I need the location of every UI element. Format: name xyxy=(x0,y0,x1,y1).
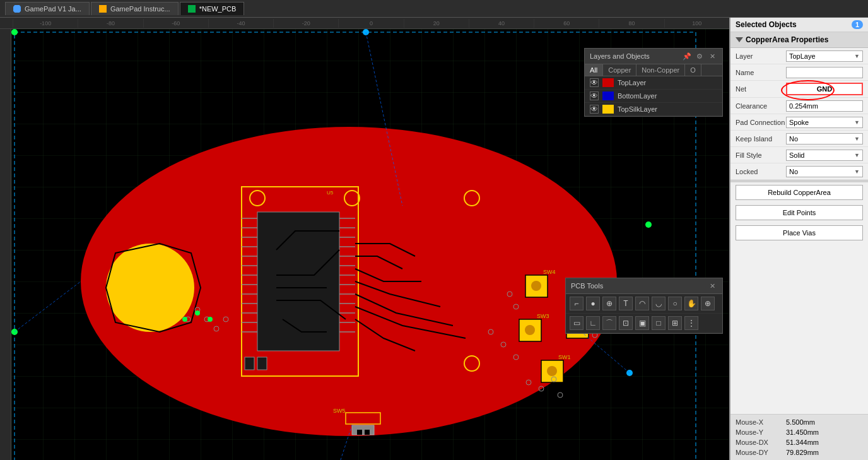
copper-area-title: CopperArea Properties xyxy=(730,32,868,48)
layers-tab-copper[interactable]: Copper xyxy=(603,64,636,76)
tool-rect[interactable]: □ xyxy=(652,316,666,330)
prop-locked: Locked No ▼ xyxy=(730,163,868,180)
tool-arc1[interactable]: ◠ xyxy=(635,297,649,310)
keep-island-value[interactable]: No ▼ xyxy=(786,133,863,144)
ruler-mark: 20 xyxy=(404,19,469,28)
tab-gamepad-v1[interactable]: GamePad V1 Ja... xyxy=(5,2,90,15)
mouse-y-row: Mouse-Y 31.450mm xyxy=(730,427,868,437)
topsilk-color xyxy=(602,105,614,114)
layer-row-toplayer: 👁 TopLayer xyxy=(585,76,722,90)
tool-text[interactable]: T xyxy=(619,297,633,310)
bottomlayer-color xyxy=(602,91,614,100)
tool-line[interactable]: ∟ xyxy=(586,316,600,330)
tool-via[interactable]: ⊕ xyxy=(602,297,616,310)
mouse-y-label: Mouse-Y xyxy=(736,428,786,436)
tool-track[interactable]: ⌐ xyxy=(570,297,584,310)
tool-pad[interactable]: ● xyxy=(586,297,600,310)
layers-tabs: All Copper Non-Copper O xyxy=(585,64,722,76)
svg-point-85 xyxy=(195,310,200,316)
tool-image[interactable]: ▭ xyxy=(570,316,584,330)
svg-text:U5: U5 xyxy=(327,190,334,196)
name-value[interactable] xyxy=(786,67,863,78)
ruler-mark: 80 xyxy=(599,19,664,28)
mouse-dx-value: 51.344mm xyxy=(786,439,819,446)
mouse-dy-row: Mouse-DY 79.829mm xyxy=(730,447,868,457)
layer-dropdown-arrow: ▼ xyxy=(854,53,860,59)
tools-close-icon[interactable]: ✕ xyxy=(707,281,717,291)
tab-gamepad-instruc[interactable]: GamePad Instruc... xyxy=(91,2,179,15)
separator-1 xyxy=(730,180,868,182)
pad-connection-value[interactable]: Spoke ▼ xyxy=(786,117,863,128)
mouse-x-row: Mouse-X 5.500mm xyxy=(730,417,868,427)
tool-bezier[interactable]: ⌒ xyxy=(602,316,616,330)
pad-connection-dropdown-arrow: ▼ xyxy=(854,119,860,126)
edit-points-button[interactable]: Edit Points xyxy=(736,205,863,220)
ruler-mark: -100 xyxy=(13,19,78,28)
bottomlayer-visibility[interactable]: 👁 xyxy=(590,91,599,100)
pcb-icon xyxy=(188,5,196,13)
tool-circle[interactable]: ○ xyxy=(668,297,682,310)
ruler-mark: -40 xyxy=(208,19,273,28)
tool-poly1[interactable]: ⊡ xyxy=(619,316,633,330)
layer-select[interactable]: TopLaye ▼ xyxy=(786,50,863,62)
main-layout: -100 -80 -60 -40 -20 0 20 40 60 80 100 xyxy=(0,18,868,460)
place-vias-button[interactable]: Place Vias xyxy=(736,225,863,240)
clearance-input[interactable] xyxy=(786,100,863,112)
keep-island-select[interactable]: No ▼ xyxy=(786,133,863,144)
net-input[interactable] xyxy=(786,83,863,95)
net-value[interactable] xyxy=(786,83,863,95)
tool-measure[interactable]: ⊕ xyxy=(701,297,715,310)
clearance-value[interactable] xyxy=(786,100,863,112)
tool-poly2[interactable]: ▣ xyxy=(635,316,649,330)
canvas-area[interactable]: -100 -80 -60 -40 -20 0 20 40 60 80 100 xyxy=(0,18,729,460)
layers-panel: Layers and Objects 📌 ⚙ ✕ All Copper Non-… xyxy=(584,48,723,117)
layer-value[interactable]: TopLaye ▼ xyxy=(786,50,863,62)
layers-pin-icon[interactable]: 📌 xyxy=(682,51,692,61)
locked-value[interactable]: No ▼ xyxy=(786,166,863,177)
ruler-mark: 100 xyxy=(664,19,729,28)
mouse-info: Mouse-X 5.500mm Mouse-Y 31.450mm Mouse-D… xyxy=(730,414,868,460)
keep-island-dropdown-arrow: ▼ xyxy=(854,136,860,142)
name-label: Name xyxy=(736,69,786,76)
fill-style-value[interactable]: Solid ▼ xyxy=(786,150,863,161)
prop-layer: Layer TopLaye ▼ xyxy=(730,48,868,64)
svg-point-41 xyxy=(531,281,541,291)
prop-clearance: Clearance xyxy=(730,98,868,114)
tools-panel-header: PCB Tools ✕ xyxy=(566,278,722,294)
svg-point-50 xyxy=(547,366,557,376)
prop-fill-style: Fill Style Solid ▼ xyxy=(730,147,868,163)
tool-arc2[interactable]: ◡ xyxy=(652,297,666,310)
ruler-mark: -60 xyxy=(143,19,208,28)
svg-point-6 xyxy=(645,221,652,228)
tool-copper-area[interactable]: ⊞ xyxy=(668,316,682,330)
locked-select[interactable]: No ▼ xyxy=(786,166,863,177)
layers-settings-icon[interactable]: ⚙ xyxy=(695,51,705,61)
name-input[interactable] xyxy=(786,67,863,78)
pcb-tools-panel: PCB Tools ✕ ⌐ ● ⊕ T ◠ ◡ ○ ✋ ⊕ ▭ ∟ xyxy=(565,278,723,334)
ruler-marks: -100 -80 -60 -40 -20 0 20 40 60 80 100 xyxy=(13,19,729,28)
ruler-mark: 60 xyxy=(534,19,599,28)
pad-connection-select[interactable]: Spoke ▼ xyxy=(786,117,863,128)
svg-rect-52 xyxy=(245,357,254,370)
layers-tab-all[interactable]: All xyxy=(585,64,603,76)
layers-tab-o[interactable]: O xyxy=(685,64,701,76)
pcb-board[interactable]: SW4 SW3 SW2 SW1 SW5 xyxy=(11,29,729,460)
toplayer-color xyxy=(602,78,614,87)
tool-component[interactable]: ⋮ xyxy=(684,316,698,330)
tool-pan[interactable]: ✋ xyxy=(684,297,698,310)
topsilk-visibility[interactable]: 👁 xyxy=(590,105,599,114)
toplayer-visibility[interactable]: 👁 xyxy=(590,78,599,87)
chip-icon xyxy=(13,5,21,13)
tab-new-pcb[interactable]: *NEW_PCB xyxy=(180,2,245,15)
ruler-side xyxy=(0,29,11,460)
fill-style-select[interactable]: Solid ▼ xyxy=(786,150,863,161)
mouse-y-value: 31.450mm xyxy=(786,428,819,436)
svg-point-84 xyxy=(182,317,187,322)
svg-rect-57 xyxy=(357,430,362,435)
net-label: Net xyxy=(736,85,786,93)
layers-close-icon[interactable]: ✕ xyxy=(707,51,717,61)
layers-tab-noncopper[interactable]: Non-Copper xyxy=(636,64,685,76)
layers-panel-header: Layers and Objects 📌 ⚙ ✕ xyxy=(585,49,722,64)
rebuild-copperarea-button[interactable]: Rebuild CopperArea xyxy=(736,185,863,200)
expand-icon[interactable] xyxy=(736,37,743,42)
